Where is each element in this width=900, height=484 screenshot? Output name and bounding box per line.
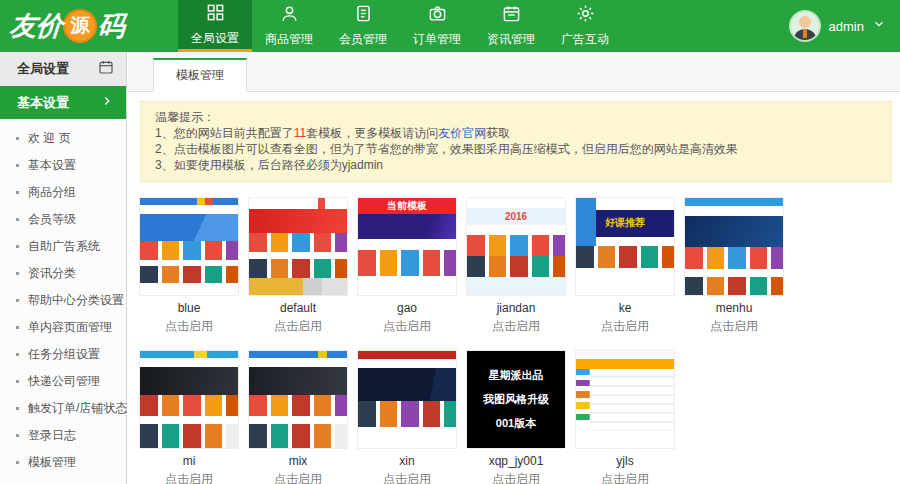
template-enable-link[interactable]: 点击启用 [358,318,456,335]
thumb-text-line: 我图风格升级 [483,392,549,407]
nav-item-1[interactable]: 全局设置 [178,0,252,52]
chevron-down-icon[interactable] [872,17,886,35]
bullet-icon [16,353,19,356]
thumb-strip [249,252,347,259]
notice-line-3: 3、如要使用模板，后台路径必须为yjadmin [155,157,877,173]
bullet-icon [16,434,19,437]
grid-icon [206,3,225,26]
thumb-strip [358,250,456,275]
camera-icon [428,4,447,27]
template-card: menhu点击启用 [685,198,783,335]
sidebar-item-label: 任务分组设置 [28,346,100,363]
template-thumb[interactable] [576,351,674,448]
sidebar-item-label: 模板管理 [28,454,76,471]
official-site-link[interactable]: 友价官网 [438,126,486,140]
calendar-icon [98,59,114,79]
template-thumb[interactable]: 好课推荐 [576,198,674,295]
sidebar-item[interactable]: 会员等级 [0,206,126,233]
template-thumb[interactable]: 当前模板 [358,198,456,295]
list-icon [354,4,373,27]
template-thumb[interactable] [358,351,456,448]
sidebar-item[interactable]: 自助广告系统 [0,233,126,260]
nav-item-6[interactable]: 广告互动 [548,0,622,52]
sidebar-item[interactable]: 帮助中心分类设置 [0,287,126,314]
template-thumb[interactable] [249,198,347,295]
thumb-strip [249,233,347,252]
thumb-strip [140,198,238,205]
sidebar-item[interactable]: 登录日志 [0,422,126,449]
notice-line-2: 2、点击模板图片可以查看全图，但为了节省您的带宽，效果图采用高压缩模式，但启用后… [155,141,877,157]
logo-text-left: 友价 [9,8,64,44]
template-enable-link[interactable]: 点击启用 [249,318,347,335]
thumb-strip [685,198,783,206]
thumb-strip [685,269,783,277]
user-menu[interactable]: admin [789,0,886,52]
thumb-strip [140,241,238,260]
tab-template-manage[interactable]: 模板管理 [153,58,247,92]
template-thumb[interactable]: 2016 [467,198,565,295]
thumb-strip [249,416,347,424]
template-enable-link[interactable]: 点击启用 [249,471,347,484]
thumb-strip [249,209,347,233]
template-name: xin [358,454,456,468]
template-enable-link[interactable]: 点击启用 [140,318,238,335]
template-card: default点击启用 [249,198,347,335]
thumb-strip [467,277,565,294]
template-enable-link[interactable]: 点击启用 [576,318,674,335]
template-thumb[interactable]: 星期派出品我图风格升级001版本 [467,351,565,448]
template-card: xin点击启用 [358,351,456,484]
sidebar-section-basic-settings[interactable]: 基本设置 [0,86,126,119]
thumb-strip [249,395,347,416]
thumb-strip [685,216,783,247]
template-enable-link[interactable]: 点击启用 [467,318,565,335]
calendar-icon [502,4,521,27]
template-thumb[interactable] [140,198,238,295]
sidebar-item[interactable]: 欢 迎 页 [0,125,126,152]
template-enable-link[interactable]: 点击启用 [140,471,238,484]
bullet-icon [16,326,19,329]
bullet-icon [16,137,19,140]
sidebar-item[interactable]: 单内容页面管理 [0,314,126,341]
thumb-strip [576,431,674,448]
thumb-strip [685,277,783,295]
sidebar-title: 全局设置 [17,60,69,78]
nav-item-5[interactable]: 资讯管理 [474,0,548,52]
thumb-strip [358,427,456,448]
sidebar-item[interactable]: 触发订单/店铺状态 [0,395,126,422]
thumb-strip [249,358,347,368]
thumb-strip [576,198,674,210]
template-thumb[interactable] [140,351,238,448]
thumb-text-line: 001版本 [496,416,536,431]
thumb-strip [576,268,674,295]
template-card: mix点击启用 [249,351,347,484]
avatar[interactable] [789,10,821,42]
template-thumb[interactable] [685,198,783,295]
template-card: mi点击启用 [140,351,238,484]
sidebar-item[interactable]: 资讯分类 [0,260,126,287]
template-enable-link[interactable]: 点击启用 [467,471,565,484]
thumb-strip [685,206,783,217]
sidebar-item-label: 登录日志 [28,427,76,444]
thumb-strip [467,198,565,208]
template-thumb[interactable] [249,351,347,448]
template-card: 星期派出品我图风格升级001版本xqp_jy001点击启用 [467,351,565,484]
template-enable-link[interactable]: 点击启用 [576,471,674,484]
sidebar-item[interactable]: 基本设置 [0,152,126,179]
nav-label: 订单管理 [413,31,461,48]
template-enable-link[interactable]: 点击启用 [685,318,783,335]
sidebar-item[interactable]: 商品分组 [0,179,126,206]
thumb-strip [576,351,674,359]
nav-item-2[interactable]: 商品管理 [252,0,326,52]
sidebar-item[interactable]: 模板管理 [0,449,126,476]
sidebar-item[interactable]: 快递公司管理 [0,368,126,395]
notice-box: 温馨提示： 1、您的网站目前共配置了11套模板，更多模板请访问友价官网获取 2、… [140,101,892,182]
bullet-icon [16,461,19,464]
nav-item-3[interactable]: 会员管理 [326,0,400,52]
main-nav: 全局设置商品管理会员管理订单管理资讯管理广告互动 [178,0,622,52]
nav-item-4[interactable]: 订单管理 [400,0,474,52]
template-enable-link[interactable]: 点击启用 [358,471,456,484]
sidebar-item[interactable]: 任务分组设置 [0,341,126,368]
logo-text-right: 码 [97,8,126,44]
tab-strip: 模板管理 [128,52,900,92]
sidebar-menu: 欢 迎 页基本设置商品分组会员等级自助广告系统资讯分类帮助中心分类设置单内容页面… [0,119,126,476]
